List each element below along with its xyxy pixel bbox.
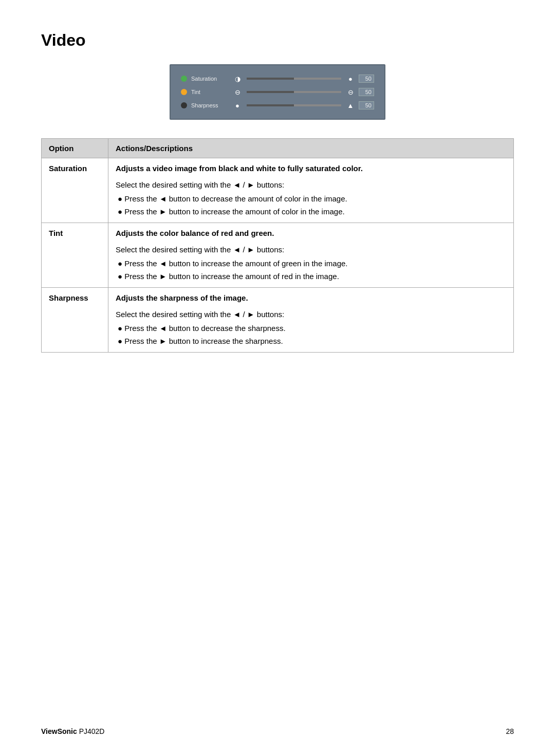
option-name: Tint [49, 229, 63, 237]
osd-slider-track [247, 78, 341, 80]
model-name: PJ402D [79, 727, 105, 735]
page-content: Video Saturation ◑ ● 50 Tint ⊖ ⊖ 50 Shar… [0, 0, 555, 394]
osd-row: Tint ⊖ ⊖ 50 [181, 88, 374, 96]
osd-value: 50 [359, 88, 374, 96]
osd-label: Tint [191, 89, 232, 95]
osd-slider-track [247, 104, 341, 106]
desc-intro: Select the desired setting with the ◄ / … [116, 244, 506, 255]
page-title: Video [41, 31, 514, 50]
bullet-item: ● Press the ► button to increase the amo… [118, 206, 506, 217]
osd-label: Saturation [191, 76, 232, 82]
option-name: Sharpness [49, 293, 88, 302]
bullet-item: ● Press the ► button to increase the amo… [118, 270, 506, 282]
osd-value: 50 [359, 75, 374, 83]
desc-bold: Adjusts the sharpness of the image. [116, 292, 506, 304]
desc-intro: Select the desired setting with the ◄ / … [116, 179, 506, 191]
osd-slider-fill [247, 104, 294, 106]
bullet-item: ● Press the ◄ button to decrease the amo… [118, 193, 506, 205]
description-cell: Adjusts the color balance of red and gre… [108, 223, 514, 288]
option-cell: Sharpness [42, 288, 108, 353]
osd-right-icon: ⊖ [345, 88, 356, 96]
osd-left-icon: ● [232, 102, 243, 109]
option-name: Saturation [49, 164, 87, 173]
osd-bullet [181, 102, 187, 108]
bullet-item: ● Press the ◄ button to increase the amo… [118, 257, 506, 269]
description-cell: Adjusts a video image from black and whi… [108, 158, 514, 223]
footer-brand: ViewSonic PJ402D [41, 727, 104, 735]
bullet-item: ● Press the ► button to increase the sha… [118, 335, 506, 347]
osd-value: 50 [359, 101, 374, 109]
table-row: Tint Adjusts the color balance of red an… [42, 223, 514, 288]
option-cell: Saturation [42, 158, 108, 223]
info-table: Option Actions/Descriptions Saturation A… [41, 138, 514, 353]
option-cell: Tint [42, 223, 108, 288]
page-footer: ViewSonic PJ402D 28 [41, 727, 514, 735]
header-option: Option [42, 139, 108, 158]
desc-bold: Adjusts a video image from black and whi… [116, 162, 506, 174]
table-row: Sharpness Adjusts the sharpness of the i… [42, 288, 514, 353]
description-cell: Adjusts the sharpness of the image. Sele… [108, 288, 514, 353]
osd-screenshot: Saturation ◑ ● 50 Tint ⊖ ⊖ 50 Sharpness … [170, 64, 385, 120]
osd-row: Saturation ◑ ● 50 [181, 75, 374, 83]
brand-name: ViewSonic [41, 727, 77, 735]
osd-slider-track [247, 91, 341, 93]
osd-label: Sharpness [191, 102, 232, 108]
osd-right-icon: ▲ [345, 102, 356, 109]
osd-right-icon: ● [345, 75, 356, 83]
osd-left-icon: ◑ [232, 75, 243, 83]
osd-row: Sharpness ● ▲ 50 [181, 101, 374, 109]
osd-slider-fill [247, 91, 294, 93]
desc-bold: Adjusts the color balance of red and gre… [116, 227, 506, 239]
osd-bullet [181, 76, 187, 82]
table-header-row: Option Actions/Descriptions [42, 139, 514, 158]
osd-bullet [181, 89, 187, 95]
osd-left-icon: ⊖ [232, 88, 243, 96]
header-actions: Actions/Descriptions [108, 139, 514, 158]
desc-intro: Select the desired setting with the ◄ / … [116, 308, 506, 320]
page-number: 28 [506, 727, 514, 735]
bullet-item: ● Press the ◄ button to decrease the sha… [118, 322, 506, 334]
table-row: Saturation Adjusts a video image from bl… [42, 158, 514, 223]
osd-slider-fill [247, 78, 294, 80]
